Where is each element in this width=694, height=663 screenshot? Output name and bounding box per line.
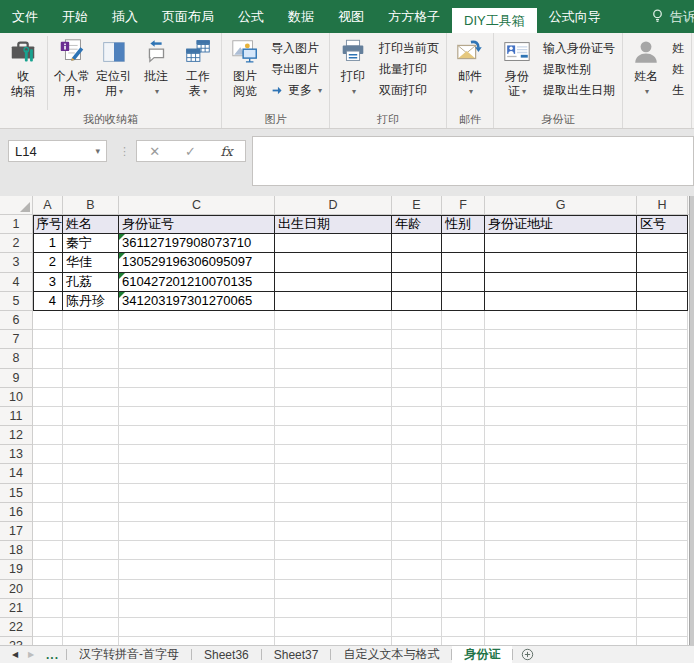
column-header-D[interactable]: D [275, 196, 392, 215]
cell-F10[interactable] [442, 388, 485, 407]
cell-A18[interactable] [33, 541, 63, 560]
ribbon-button-身份证[interactable]: 身份证▾ [496, 34, 538, 99]
cell-F16[interactable] [442, 503, 485, 522]
cell-E20[interactable] [392, 580, 442, 599]
cell-C10[interactable] [119, 388, 275, 407]
cell-B18[interactable] [63, 541, 119, 560]
ribbon-button-提取出生日期[interactable]: 提取出生日期 [538, 80, 620, 101]
cell-C16[interactable] [119, 503, 275, 522]
cell-E4[interactable] [392, 273, 442, 292]
cancel-icon[interactable]: ✕ [143, 143, 166, 160]
cell-D17[interactable] [275, 522, 392, 541]
cell-G5[interactable] [485, 292, 637, 311]
row-header-12[interactable]: 12 [0, 426, 33, 445]
column-header-C[interactable]: C [119, 196, 275, 215]
menu-tab-文件[interactable]: 文件 [0, 0, 50, 33]
cell-G2[interactable] [485, 234, 637, 253]
cell-H20[interactable] [637, 580, 688, 599]
cell-D13[interactable] [275, 445, 392, 464]
cell-G9[interactable] [485, 369, 637, 388]
cell-H16[interactable] [637, 503, 688, 522]
enter-icon[interactable]: ✓ [179, 143, 202, 160]
cell-C5[interactable]: 341203197301270065 [119, 292, 275, 311]
row-header-16[interactable]: 16 [0, 503, 33, 522]
cell-E2[interactable] [392, 234, 442, 253]
cell-C6[interactable] [119, 311, 275, 330]
vertical-scrollbar[interactable] [689, 196, 694, 645]
column-header-E[interactable]: E [392, 196, 442, 215]
cell-G3[interactable] [485, 253, 637, 272]
cell-B13[interactable] [63, 445, 119, 464]
cell-H11[interactable] [637, 407, 688, 426]
cell-G14[interactable] [485, 464, 637, 483]
cell-F22[interactable] [442, 618, 485, 637]
column-header-B[interactable]: B [63, 196, 119, 215]
cell-D5[interactable] [275, 292, 392, 311]
ribbon-button-邮件[interactable]: 邮件▾ [449, 34, 491, 99]
cell-F1[interactable]: 性别 [442, 215, 485, 234]
cell-C12[interactable] [119, 426, 275, 445]
column-header-H[interactable]: H [637, 196, 688, 215]
row-header-19[interactable]: 19 [0, 560, 33, 579]
cell-A13[interactable] [33, 445, 63, 464]
cell-B22[interactable] [63, 618, 119, 637]
row-header-15[interactable]: 15 [0, 484, 33, 503]
menu-tab-开始[interactable]: 开始 [50, 0, 100, 33]
ribbon-button-工作表[interactable]: 工作表▾ [177, 34, 219, 99]
cell-G18[interactable] [485, 541, 637, 560]
menu-tab-页面布局[interactable]: 页面布局 [150, 0, 226, 33]
cell-D19[interactable] [275, 560, 392, 579]
ribbon-button-导出图片[interactable]: 导出图片 [266, 59, 327, 80]
cell-G17[interactable] [485, 522, 637, 541]
cell-A16[interactable] [33, 503, 63, 522]
cell-G21[interactable] [485, 599, 637, 618]
ribbon-button-提取性别[interactable]: 提取性别 [538, 59, 620, 80]
menu-tab-公式向导[interactable]: 公式向导 [537, 0, 613, 33]
cell-A6[interactable] [33, 311, 63, 330]
cell-A5[interactable]: 4 [33, 292, 63, 311]
cell-F8[interactable] [442, 349, 485, 368]
cell-A4[interactable]: 3 [33, 273, 63, 292]
ribbon-button-批量打印[interactable]: 批量打印 [374, 59, 444, 80]
cell-C11[interactable] [119, 407, 275, 426]
ribbon-button-双面打印[interactable]: 双面打印 [374, 80, 444, 101]
cell-E16[interactable] [392, 503, 442, 522]
row-header-2[interactable]: 2 [0, 234, 33, 253]
cell-A20[interactable] [33, 580, 63, 599]
cell-E18[interactable] [392, 541, 442, 560]
cell-H7[interactable] [637, 330, 688, 349]
cell-C9[interactable] [119, 369, 275, 388]
cell-H13[interactable] [637, 445, 688, 464]
cell-A3[interactable]: 2 [33, 253, 63, 272]
cell-D16[interactable] [275, 503, 392, 522]
cell-B2[interactable]: 秦宁 [63, 234, 119, 253]
cell-G1[interactable]: 身份证地址 [485, 215, 637, 234]
cell-D9[interactable] [275, 369, 392, 388]
row-header-13[interactable]: 13 [0, 445, 33, 464]
column-header-G[interactable]: G [485, 196, 637, 215]
row-header-14[interactable]: 14 [0, 464, 33, 483]
ribbon-button-更多[interactable]: 更多▾ [266, 80, 327, 101]
cell-B14[interactable] [63, 464, 119, 483]
cell-F2[interactable] [442, 234, 485, 253]
cell-A15[interactable] [33, 484, 63, 503]
cell-F14[interactable] [442, 464, 485, 483]
cell-E12[interactable] [392, 426, 442, 445]
ribbon-button-打印当前页[interactable]: 打印当前页 [374, 38, 444, 59]
formula-bar-splitter[interactable]: ⋮ [119, 140, 130, 162]
cell-H10[interactable] [637, 388, 688, 407]
cell-A2[interactable]: 1 [33, 234, 63, 253]
cell-E7[interactable] [392, 330, 442, 349]
cell-H23[interactable] [637, 637, 688, 645]
sheet-tab-自定义文本与格式[interactable]: 自定义文本与格式 [331, 646, 451, 663]
cell-D15[interactable] [275, 484, 392, 503]
menu-tab-视图[interactable]: 视图 [326, 0, 376, 33]
cell-E6[interactable] [392, 311, 442, 330]
cell-B1[interactable]: 姓名 [63, 215, 119, 234]
cell-B6[interactable] [63, 311, 119, 330]
cell-A12[interactable] [33, 426, 63, 445]
cell-E3[interactable] [392, 253, 442, 272]
cell-B9[interactable] [63, 369, 119, 388]
cell-H22[interactable] [637, 618, 688, 637]
cell-C22[interactable] [119, 618, 275, 637]
